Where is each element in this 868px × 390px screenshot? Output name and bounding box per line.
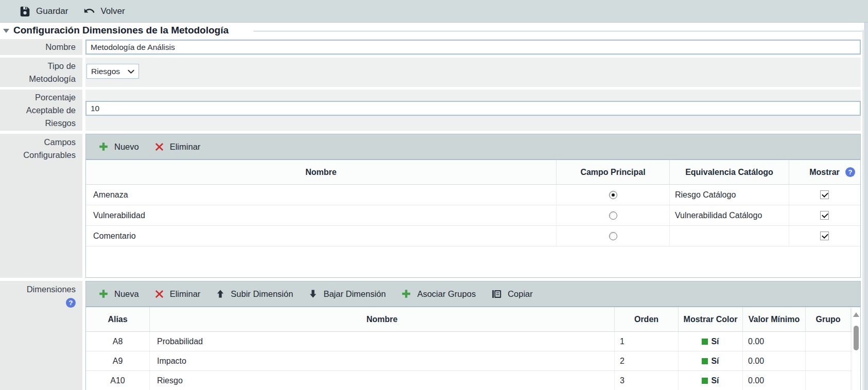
col-equivalencia: Equivalencia Catálogo bbox=[670, 160, 789, 184]
campos-nuevo-button[interactable]: Nuevo bbox=[93, 139, 144, 154]
mostrar-checkbox[interactable] bbox=[820, 190, 829, 199]
save-button[interactable]: Guardar bbox=[15, 4, 72, 19]
chevron-down-icon bbox=[125, 67, 134, 76]
collapse-caret-icon[interactable] bbox=[3, 29, 9, 33]
cell-valor-minimo: 0.00 bbox=[743, 371, 806, 390]
back-button-label: Volver bbox=[100, 6, 125, 16]
cell-grupo bbox=[806, 332, 851, 351]
cell-nombre: Vulnerabilidad bbox=[86, 205, 557, 225]
color-swatch bbox=[702, 378, 708, 384]
campos-toolbar: Nuevo Eliminar bbox=[86, 134, 860, 160]
section-right-border bbox=[863, 30, 863, 390]
dimensiones-table-row[interactable]: A9 Impacto 2 Sí 0.00 bbox=[86, 351, 860, 371]
dim-asociar-button[interactable]: Asociar Grupos bbox=[396, 287, 481, 301]
dim-subir-button[interactable]: Subir Dimensión bbox=[211, 287, 298, 301]
cell-nombre: Probabilidad bbox=[150, 332, 615, 351]
dimensiones-label: Dimensiones ? bbox=[0, 281, 82, 390]
dim-eliminar-button[interactable]: Eliminar bbox=[149, 287, 206, 301]
cell-nombre: Riesgo bbox=[150, 371, 615, 390]
nombre-label: Nombre bbox=[0, 39, 82, 55]
mostrar-checkbox[interactable] bbox=[820, 232, 829, 240]
dim-nueva-button[interactable]: Nueva bbox=[93, 287, 144, 301]
cell-grupo bbox=[806, 371, 851, 390]
cell-mostrar bbox=[789, 185, 860, 205]
cell-nombre: Amenaza bbox=[86, 185, 557, 205]
x-icon bbox=[154, 289, 164, 299]
cell-alias: A10 bbox=[86, 371, 150, 390]
dimensiones-table-row[interactable]: A10 Riesgo 3 Sí 0.00 bbox=[86, 371, 860, 390]
cell-equivalencia: Vulnerabilidad Catálogo bbox=[670, 205, 789, 225]
cell-mostrar bbox=[789, 226, 860, 246]
scroll-thumb[interactable] bbox=[854, 326, 859, 350]
dimensiones-table-header: Alias Nombre Orden Mostrar Color Valor M… bbox=[86, 307, 860, 332]
dimensiones-table-body: A8 Probabilidad 1 Sí 0.00 A9 Impacto 2 S… bbox=[86, 332, 860, 390]
principal-radio[interactable] bbox=[609, 232, 617, 240]
nombre-input[interactable] bbox=[85, 40, 861, 55]
save-icon bbox=[20, 6, 30, 16]
tipo-select[interactable]: Riesgos bbox=[86, 64, 139, 79]
dimensiones-table-row[interactable]: A8 Probabilidad 1 Sí 0.00 bbox=[86, 332, 860, 351]
cell-orden: 1 bbox=[615, 332, 679, 351]
principal-radio[interactable] bbox=[609, 191, 617, 199]
porcentaje-label: PorcentajeAceptable deRiesgos bbox=[0, 90, 82, 131]
campos-table-body: Amenaza Riesgo Catálogo Vulnerabilidad V… bbox=[86, 185, 860, 246]
campos-table-row[interactable]: Amenaza Riesgo Catálogo bbox=[86, 185, 860, 205]
tipo-band: Riesgos bbox=[85, 58, 861, 87]
cell-valor-minimo: 0.00 bbox=[743, 332, 806, 351]
plus-icon bbox=[98, 141, 109, 152]
cell-nombre: Impacto bbox=[150, 351, 615, 370]
scroll-up-arrow-icon[interactable] bbox=[853, 312, 859, 317]
cell-mostrar bbox=[789, 205, 860, 225]
cell-nombre: Comentario bbox=[86, 226, 557, 246]
col-nombre: Nombre bbox=[86, 160, 557, 184]
dimensiones-toolbar: Nueva Eliminar Subir Dimensión Bajar Dim… bbox=[86, 281, 860, 307]
dimensiones-scrollbar[interactable] bbox=[852, 308, 860, 390]
tipo-select-value: Riesgos bbox=[91, 67, 120, 76]
color-swatch bbox=[702, 358, 708, 364]
porcentaje-band bbox=[85, 90, 861, 131]
undo-arrow-icon bbox=[83, 6, 95, 17]
cell-orden: 3 bbox=[615, 371, 679, 390]
plus-icon bbox=[98, 289, 109, 299]
cell-alias: A9 bbox=[86, 351, 150, 370]
campos-table-header: Nombre Campo Principal Equivalencia Catá… bbox=[86, 160, 860, 185]
top-toolbar: Guardar Volver bbox=[0, 0, 868, 23]
plus-icon bbox=[401, 289, 411, 299]
principal-radio[interactable] bbox=[609, 211, 617, 220]
dim-copiar-button[interactable]: Copiar bbox=[486, 287, 538, 302]
cell-mostrar-color: Sí bbox=[679, 371, 743, 390]
cell-campo-principal bbox=[557, 205, 670, 225]
cell-equivalencia bbox=[670, 226, 789, 246]
section-title: Configuración Dimensiones de la Metodolo… bbox=[13, 25, 229, 36]
cell-orden: 2 bbox=[615, 351, 679, 370]
col-campo-principal: Campo Principal bbox=[557, 160, 670, 184]
section-header: Configuración Dimensiones de la Metodolo… bbox=[0, 25, 868, 37]
col-mostrar: Mostrar ? bbox=[789, 160, 860, 184]
campos-eliminar-button[interactable]: Eliminar bbox=[149, 140, 206, 154]
arrow-down-icon bbox=[308, 289, 318, 298]
cell-valor-minimo: 0.00 bbox=[743, 351, 806, 370]
back-button[interactable]: Volver bbox=[79, 4, 129, 19]
cell-campo-principal bbox=[557, 185, 670, 205]
cell-mostrar-color: Sí bbox=[679, 351, 743, 370]
help-icon[interactable]: ? bbox=[66, 298, 76, 308]
mostrar-checkbox[interactable] bbox=[820, 211, 829, 220]
help-icon[interactable]: ? bbox=[845, 167, 855, 177]
x-icon bbox=[154, 142, 164, 152]
campos-grid: Nuevo Eliminar Nombre Campo Principal Eq… bbox=[85, 134, 861, 278]
color-swatch bbox=[702, 339, 708, 345]
arrow-up-icon bbox=[216, 289, 225, 298]
porcentaje-input[interactable] bbox=[85, 101, 861, 116]
copy-icon bbox=[491, 289, 502, 299]
cell-grupo bbox=[806, 351, 851, 370]
col-mostrar-color: Mostrar Color bbox=[679, 307, 743, 331]
dim-bajar-button[interactable]: Bajar Dimensión bbox=[303, 287, 391, 301]
col-grupo: Grupo bbox=[806, 307, 851, 331]
campos-table-row[interactable]: Comentario bbox=[86, 226, 860, 246]
campos-table-row[interactable]: Vulnerabilidad Vulnerabilidad Catálogo bbox=[86, 205, 860, 226]
cell-alias: A8 bbox=[86, 332, 150, 351]
col-alias: Alias bbox=[86, 307, 150, 331]
nombre-band bbox=[85, 39, 861, 55]
save-button-label: Guardar bbox=[36, 6, 68, 16]
page-scrollbar[interactable] bbox=[864, 23, 868, 390]
